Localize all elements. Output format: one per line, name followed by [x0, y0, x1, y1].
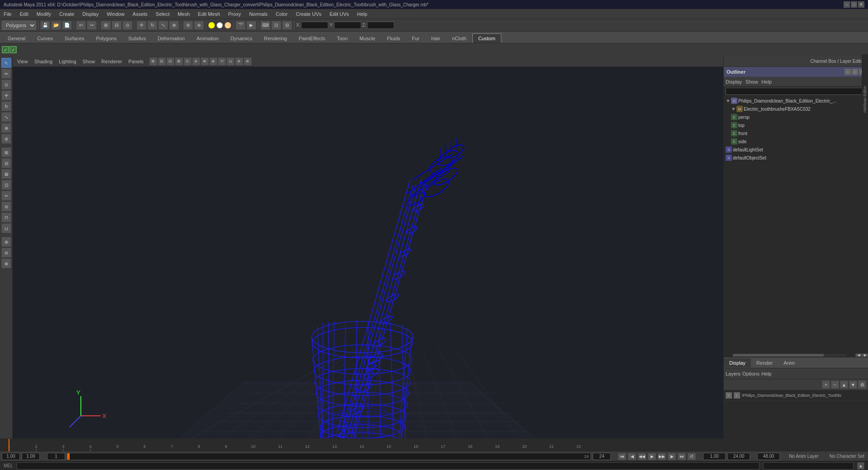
tab-fluids[interactable]: Fluids [381, 33, 406, 43]
show-manipulator[interactable]: ⊛ [1, 237, 11, 247]
menu-edit-mesh[interactable]: Edit Mesh [196, 10, 222, 18]
outliner-item-2[interactable]: C persp [724, 113, 868, 121]
go-end-btn[interactable]: ⏭ [678, 453, 686, 460]
universal-manip-tool[interactable]: ⊕ [1, 123, 11, 133]
outliner-item-6[interactable]: S defaultLightSet [724, 146, 868, 154]
tab-polygons[interactable]: Polygons [90, 33, 122, 43]
playback-start-field[interactable] [703, 453, 726, 460]
play-back-btn[interactable]: ◀◀ [638, 453, 646, 460]
outliner-min-btn[interactable]: − [844, 69, 851, 75]
playback-bar[interactable]: 24 [67, 453, 591, 460]
vp-renderer-menu[interactable]: Renderer [99, 58, 125, 65]
outliner-show-menu[interactable]: Show [745, 79, 758, 85]
outliner-item-1[interactable]: ▼ M Electric_toothbrusheFBXASC032 [724, 105, 868, 113]
lattice-tool[interactable]: ⊗ [1, 258, 11, 268]
paint-tool[interactable]: ✏ [1, 69, 11, 79]
current-frame-field[interactable] [22, 453, 40, 460]
expand-icon-0[interactable]: ▼ [726, 98, 731, 103]
lasso-btn[interactable]: ⊟ [112, 21, 122, 30]
menu-select[interactable]: Select [154, 10, 171, 18]
vp-icon7[interactable]: ⊗ [201, 57, 209, 66]
vp-icon3[interactable]: ⊡ [166, 57, 175, 66]
vp-icon6[interactable]: ⊘ [192, 57, 200, 66]
soft-mod-tool[interactable]: ⊚ [1, 134, 11, 144]
maximize-button[interactable]: □ [851, 1, 857, 8]
offset-edge-tool[interactable]: ⊔ [1, 223, 11, 233]
light-white-icon[interactable] [217, 22, 223, 28]
layer-lock-icon[interactable]: L [734, 392, 740, 399]
tool2-btn[interactable]: ⊡ [271, 21, 281, 30]
menu-mesh[interactable]: Mesh [176, 10, 192, 18]
paint-btn[interactable]: ⊙ [123, 21, 132, 30]
sculpt-tool[interactable]: ⊖ [1, 248, 11, 258]
start-frame-field[interactable] [2, 453, 20, 460]
expand-icon-1[interactable]: ▼ [731, 106, 736, 112]
tab-toon[interactable]: Toon [331, 33, 354, 43]
vp-show-menu[interactable]: Show [80, 58, 98, 65]
status-expand-btn[interactable]: ▲ [857, 462, 864, 470]
bridge-tool[interactable]: ⊠ [1, 169, 11, 179]
vp-shading-menu[interactable]: Shading [32, 58, 55, 65]
redo-btn[interactable]: ↪ [87, 21, 97, 30]
select-btn[interactable]: ⊞ [101, 21, 111, 30]
tab-dynamics[interactable]: Dynamics [225, 33, 258, 43]
insert-edge-tool[interactable]: ⊓ [1, 212, 11, 222]
outliner-item-7[interactable]: S defaultObjectSet [724, 154, 868, 162]
layer-tab-display[interactable]: Display [724, 358, 751, 367]
outliner-max-btn[interactable]: □ [852, 69, 858, 75]
vp-view-menu[interactable]: View [14, 58, 31, 65]
move-tool[interactable]: ✛ [1, 90, 11, 100]
snap-toggle-2[interactable]: ✓ [9, 46, 17, 53]
mode-selector[interactable]: Polygons [2, 21, 36, 30]
layers-menu[interactable]: Layers [726, 371, 741, 376]
scrollbar-thumb-h[interactable] [733, 354, 824, 357]
timeline-ruler[interactable]: 1 2 3 4 5 6 7 8 9 10 11 12 13 14 15 16 [0, 439, 868, 451]
tab-curves[interactable]: Curves [31, 33, 59, 43]
layer-new-btn[interactable]: + [822, 381, 830, 389]
layer-move-down-btn[interactable]: ▼ [849, 381, 857, 389]
append-poly-tool[interactable]: ⊡ [1, 180, 11, 190]
menu-assets[interactable]: Assets [131, 10, 149, 18]
open-btn[interactable]: 📂 [51, 21, 61, 30]
vp-icon11[interactable]: ⊚ [235, 57, 243, 66]
outliner-item-0[interactable]: ▼ G Philips_Diamondclean_Black_Edition_E… [724, 97, 868, 105]
tab-muscle[interactable]: Muscle [354, 33, 381, 43]
new-btn[interactable]: 📄 [62, 21, 72, 30]
vp-icon8[interactable]: ⊕ [209, 57, 217, 66]
playback-end2-field[interactable] [757, 453, 780, 460]
vp-icon2[interactable]: ⊟ [158, 57, 166, 66]
tab-deformation[interactable]: Deformation [152, 33, 191, 43]
tab-hair[interactable]: Hair [425, 33, 446, 43]
select-tool[interactable]: ↖ [1, 58, 11, 68]
tab-subdivs[interactable]: Subdivs [123, 33, 152, 43]
vp-icon4[interactable]: ⊠ [175, 57, 183, 66]
tab-general[interactable]: General [2, 33, 31, 43]
options-menu[interactable]: Options [742, 371, 760, 376]
vp-icon5[interactable]: ⊙ [184, 57, 192, 66]
layer-move-up-btn[interactable]: ▲ [840, 381, 848, 389]
scale-btn[interactable]: ⤡ [158, 21, 168, 30]
vp-icon1[interactable]: ⊞ [149, 57, 157, 66]
layer-del-btn[interactable]: − [831, 381, 839, 389]
tab-animation[interactable]: Animation [191, 33, 225, 43]
layer-tab-anim[interactable]: Anim [778, 358, 800, 367]
menu-edit-uvs[interactable]: Edit UVs [328, 10, 351, 18]
coord-x-input[interactable] [301, 22, 328, 29]
outliner-help-menu[interactable]: Help [762, 79, 772, 85]
attribute-editor-tab[interactable]: Attribute Editor [862, 54, 868, 145]
canvas-3d[interactable]: X Y [13, 67, 723, 438]
tool3-btn[interactable]: ⊟ [282, 21, 292, 30]
split-poly-tool[interactable]: ⊘ [1, 202, 11, 212]
undo-btn[interactable]: ↩ [76, 21, 86, 30]
go-start-btn[interactable]: ⏮ [618, 453, 626, 460]
scroll-right[interactable]: ▶ [862, 353, 868, 357]
rotate-btn[interactable]: ↻ [147, 21, 157, 30]
extrude-tool[interactable]: ⊞ [1, 147, 11, 157]
layer-tab-render[interactable]: Render [751, 358, 778, 367]
step-fwd-btn[interactable]: ▶ [668, 453, 676, 460]
scale-tool[interactable]: ⤡ [1, 112, 11, 122]
tab-painteffects[interactable]: PaintEffects [293, 33, 331, 43]
step-back-btn[interactable]: ◀ [628, 453, 636, 460]
menu-create[interactable]: Create [57, 10, 76, 18]
soft-select-btn[interactable]: ⊚ [183, 21, 193, 30]
